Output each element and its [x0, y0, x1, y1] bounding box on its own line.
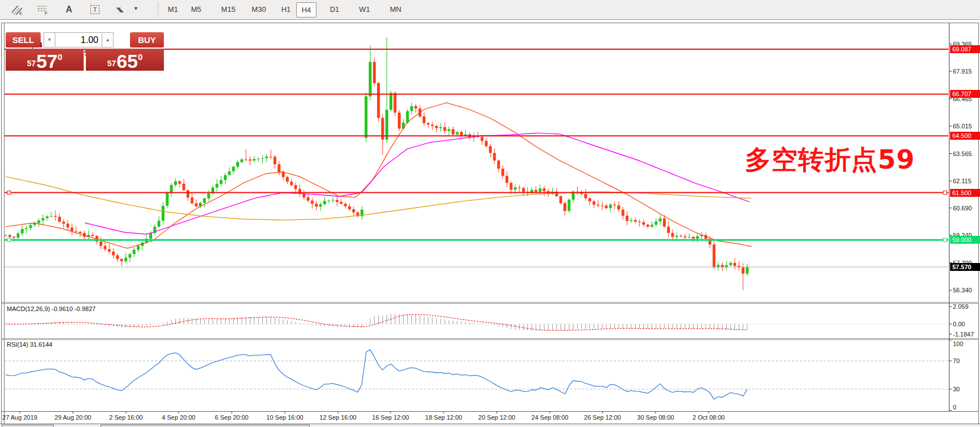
price-badge-57.570: 57.570: [950, 263, 980, 271]
sell-price-display[interactable]: 57 57 0: [6, 49, 84, 71]
ma-slow: [6, 176, 752, 220]
timeframe-m1[interactable]: M1: [164, 2, 181, 16]
buy-price-sup: 0: [138, 52, 142, 62]
time-label: 2 Sep 16:00: [109, 414, 142, 421]
level-handle[interactable]: [7, 191, 11, 195]
ma-fast: [6, 103, 752, 248]
timeframe-m30[interactable]: M30: [248, 2, 270, 16]
macd-splitter-top[interactable]: [1, 302, 979, 303]
rsi-splitter-bottom[interactable]: [1, 339, 979, 340]
arrows-dropdown-caret[interactable]: ▼: [133, 6, 138, 11]
price-badge-66.707: 66.707: [950, 90, 980, 98]
timeframe-m15[interactable]: M15: [217, 2, 240, 16]
buy-button[interactable]: BUY: [130, 32, 164, 48]
sell-price-small: 57: [27, 59, 36, 68]
chart-tab[interactable]: [2, 425, 54, 427]
one-click-trading-panel: SELL ▼ ▲ BUY 57 57 0 57 65 0: [5, 32, 165, 71]
time-label: 26 Sep 12:00: [584, 414, 621, 421]
chart-annotation-text[interactable]: 多空转折点59: [745, 143, 915, 178]
volume-input[interactable]: [55, 32, 102, 48]
level-handle[interactable]: [943, 238, 947, 241]
time-label: 2 Oct 08:00: [693, 414, 725, 421]
price-tick: 60.690: [953, 205, 972, 212]
axis-tick-marks: [20, 44, 952, 413]
macd-tick: 0.00: [953, 321, 965, 327]
price-badge-59.000: 59.000: [950, 236, 980, 244]
toolbar-separator: [158, 2, 158, 17]
arrows-glyph: [115, 4, 127, 15]
macd-tick: 2.059: [953, 303, 969, 310]
price-axis-border: [949, 23, 949, 411]
svg-text:E: E: [19, 11, 22, 15]
level-handle[interactable]: [943, 191, 947, 195]
rsi-label: RSI(14) 31.6144: [7, 341, 53, 348]
window-border-left-outer: [1, 23, 2, 424]
fibonacci-icon[interactable]: F: [33, 2, 53, 17]
time-axis-border: [1, 411, 979, 412]
window-border-right: [978, 23, 979, 424]
volume-increase-button[interactable]: ▲: [102, 32, 114, 48]
time-label: 27 Aug 2019: [2, 414, 37, 421]
price-badge-64.500: 64.500: [950, 132, 980, 140]
rsi-tick: 70: [953, 357, 960, 364]
window-border-top: [1, 23, 979, 23]
time-label: 18 Sep 12:00: [425, 414, 462, 421]
candles: [5, 37, 749, 290]
macd-signal-line: [6, 314, 747, 330]
time-label: 10 Sep 16:00: [266, 414, 303, 421]
svg-text:F: F: [45, 11, 47, 15]
price-tick: 65.015: [953, 123, 972, 130]
price-tick: 63.565: [953, 150, 972, 157]
text-tool-glyph: A: [66, 5, 72, 15]
rsi-splitter-top[interactable]: [1, 338, 979, 339]
macd-label: MACD(12,26,9) -0.9610 -0.9827: [7, 305, 96, 312]
chart-tab-bar: [0, 424, 980, 427]
macd-tick: -1.1847: [953, 331, 974, 338]
macd-histogram: [6, 314, 747, 331]
time-label: 16 Sep 12:00: [372, 414, 409, 421]
timeframe-d1[interactable]: D1: [327, 2, 342, 16]
price-tick: 67.915: [953, 68, 972, 75]
chart-tab[interactable]: [101, 425, 310, 427]
label-tool-glyph: T: [90, 5, 100, 14]
time-label: 29 Aug 20:00: [55, 414, 92, 421]
ma-mid: [85, 133, 749, 234]
timeframe-mn[interactable]: MN: [387, 2, 405, 16]
buy-price-big: 65: [116, 53, 138, 70]
price-badge-69.087: 69.087: [950, 45, 980, 53]
equidistant-channel-icon[interactable]: E: [7, 2, 27, 17]
volume-decrease-button[interactable]: ▼: [44, 32, 55, 48]
toolbar: E F A T ▼ M1M5M15M30H1H4D1W1MN: [0, 0, 980, 20]
timeframe-h1[interactable]: H1: [278, 2, 294, 16]
fibonacci-glyph: F: [37, 4, 49, 15]
time-label: 30 Sep 08:00: [637, 414, 674, 421]
arrows-tool-icon[interactable]: [111, 2, 131, 17]
timeframe-m5[interactable]: M5: [188, 2, 205, 16]
sell-price-big: 57: [36, 53, 58, 70]
macd-splitter-bottom[interactable]: [1, 303, 979, 304]
time-label: 4 Sep 20:00: [162, 414, 195, 421]
time-label: 6 Sep 20:00: [215, 414, 248, 421]
rsi-tick: 100: [953, 340, 963, 347]
rsi-tick: 30: [953, 386, 960, 393]
rsi-line: [6, 350, 747, 399]
label-tool-icon[interactable]: T: [85, 2, 105, 17]
buy-price-display[interactable]: 57 65 0: [86, 49, 164, 71]
buy-price-small: 57: [107, 59, 116, 68]
text-tool-icon[interactable]: A: [59, 2, 79, 17]
price-tick: 56.340: [953, 287, 972, 294]
window-border-left-inner: [4, 23, 5, 424]
level-handle[interactable]: [7, 238, 11, 241]
timeframe-h4[interactable]: H4: [296, 2, 316, 18]
timeframe-w1[interactable]: W1: [356, 2, 373, 16]
sell-button[interactable]: SELL: [6, 32, 41, 48]
time-label: 12 Sep 16:00: [319, 414, 356, 421]
price-tick: 62.115: [953, 178, 972, 184]
rsi-tick: 0: [953, 404, 956, 411]
time-label: 24 Sep 08:00: [531, 414, 568, 421]
sell-price-sup: 0: [58, 52, 62, 62]
price-badge-61.500: 61.500: [950, 189, 980, 197]
equidistant-channel-glyph: E: [11, 4, 23, 15]
time-label: 20 Sep 12:00: [478, 414, 515, 421]
